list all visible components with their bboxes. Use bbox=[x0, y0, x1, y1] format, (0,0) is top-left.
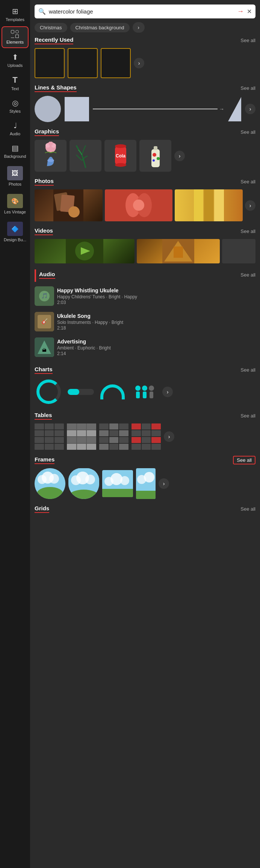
templates-icon: ⊞ bbox=[12, 7, 18, 16]
tc bbox=[87, 423, 96, 429]
tc bbox=[87, 444, 96, 450]
graphic-item-1[interactable] bbox=[35, 140, 67, 172]
search-bar: 🔍 → ✕ bbox=[35, 5, 255, 18]
audio-thumb-2: 🎸 bbox=[35, 312, 54, 331]
chart-pill[interactable] bbox=[67, 378, 95, 406]
audio-item-1[interactable]: 🎵 Happy Whistling Ukulele Happy Children… bbox=[30, 283, 260, 309]
video-item-2[interactable] bbox=[137, 239, 220, 263]
sidebar-item-uploads[interactable]: ⬆ Uploads bbox=[2, 50, 29, 71]
audio-info-3: Advertising Ambient · Euphoric · Bright … bbox=[57, 339, 255, 356]
sidebar-item-audio[interactable]: ♩ Audio bbox=[2, 118, 29, 139]
tag-christmas-background[interactable]: Christmas background bbox=[70, 23, 130, 32]
sidebar-item-photos[interactable]: 🖼 Photos bbox=[2, 163, 29, 189]
graphic-item-2[interactable] bbox=[70, 140, 101, 172]
graphic-item-3[interactable]: Cola bbox=[104, 140, 136, 172]
audio-item-2[interactable]: 🎸 Ukulele Song Solo Instruments · Happy … bbox=[30, 309, 260, 334]
table-item-2[interactable] bbox=[67, 423, 96, 450]
frames-see-all[interactable]: See all bbox=[233, 456, 255, 464]
svg-rect-24 bbox=[194, 189, 203, 221]
photos-header: Photos See all bbox=[35, 178, 255, 186]
chart-people[interactable] bbox=[130, 378, 159, 406]
tag-more-button[interactable]: › bbox=[133, 22, 145, 33]
shapes-row: → › bbox=[35, 96, 255, 122]
tag-christmas[interactable]: Christmas bbox=[35, 23, 67, 32]
shapes-next-arrow[interactable]: › bbox=[245, 104, 255, 114]
tables-row: › bbox=[35, 423, 255, 450]
search-arrow-icon: → bbox=[237, 8, 244, 15]
frames-next-arrow[interactable]: › bbox=[159, 478, 169, 489]
lines-shapes-see-all[interactable]: See all bbox=[240, 85, 255, 91]
sidebar-item-text[interactable]: T Text bbox=[2, 72, 29, 94]
rectangle-shape[interactable] bbox=[65, 97, 89, 121]
tc bbox=[142, 430, 151, 436]
frame-item-1[interactable] bbox=[35, 468, 65, 499]
frame-item-3[interactable] bbox=[102, 470, 133, 497]
lines-shapes-header: Lines & Shapes See all bbox=[35, 84, 255, 92]
chart-donut[interactable] bbox=[35, 378, 63, 406]
recently-used-header: Recently Used See all bbox=[35, 36, 255, 44]
styles-icon: ◎ bbox=[12, 98, 18, 107]
photo-item-1[interactable] bbox=[35, 189, 103, 221]
audio-title-2: Ukulele Song bbox=[57, 313, 255, 319]
branch-graphic bbox=[74, 142, 97, 170]
audio-item-3[interactable]: 🏔 Advertising Ambient · Euphoric · Brigh… bbox=[30, 334, 260, 360]
tc bbox=[142, 444, 151, 450]
photos-thumb: 🖼 bbox=[7, 166, 23, 180]
sidebar-item-elements[interactable]: Elements bbox=[2, 26, 29, 48]
lesvintage-thumb: 🎨 bbox=[7, 194, 23, 208]
table-item-4[interactable] bbox=[132, 423, 161, 450]
videos-see-all[interactable]: See all bbox=[240, 228, 255, 234]
tag-row: Christmas Christmas background › bbox=[30, 22, 260, 36]
photos-see-all[interactable]: See all bbox=[240, 179, 255, 184]
photo-item-2[interactable] bbox=[105, 189, 173, 221]
sidebar-item-designbu[interactable]: 🔷 Design Bu... bbox=[2, 219, 29, 245]
recent-item-1[interactable] bbox=[35, 48, 65, 78]
recent-item-2[interactable] bbox=[68, 48, 98, 78]
triangle-shape[interactable] bbox=[228, 97, 241, 121]
tables-next-arrow[interactable]: › bbox=[164, 431, 174, 442]
audio-info-2: Ukulele Song Solo Instruments · Happy · … bbox=[57, 313, 255, 331]
recent-item-3[interactable] bbox=[101, 48, 131, 78]
graphics-see-all[interactable]: See all bbox=[240, 129, 255, 135]
sidebar-item-lesvintage[interactable]: 🎨 Les Vintage bbox=[2, 191, 29, 217]
svg-point-7 bbox=[115, 144, 126, 148]
soda-can-graphic: Cola bbox=[111, 142, 130, 170]
graphics-next-arrow[interactable]: › bbox=[174, 151, 185, 161]
svg-rect-57 bbox=[136, 491, 156, 499]
charts-see-all[interactable]: See all bbox=[240, 367, 255, 373]
tc bbox=[35, 444, 44, 450]
clear-search-icon[interactable]: ✕ bbox=[247, 8, 252, 15]
person-2-body bbox=[143, 392, 147, 398]
tables-see-all[interactable]: See all bbox=[240, 413, 255, 419]
frame-item-2[interactable] bbox=[68, 468, 99, 499]
photo-item-3[interactable] bbox=[175, 189, 243, 221]
sidebar-item-styles[interactable]: ◎ Styles bbox=[2, 95, 29, 116]
charts-next-arrow[interactable]: › bbox=[162, 387, 173, 397]
photos-next-arrow[interactable]: › bbox=[245, 200, 255, 211]
grids-see-all[interactable]: See all bbox=[240, 506, 255, 512]
table-item-1[interactable] bbox=[35, 423, 64, 450]
sidebar-item-background[interactable]: ▤ Background bbox=[2, 141, 29, 162]
sidebar-item-templates[interactable]: ⊞ Templates bbox=[2, 4, 29, 25]
frames-header: Frames See all bbox=[35, 456, 255, 464]
table-item-3[interactable] bbox=[99, 423, 128, 450]
audio-see-all[interactable]: See all bbox=[240, 272, 255, 278]
graphic-item-4[interactable] bbox=[139, 140, 171, 172]
search-input[interactable] bbox=[49, 8, 234, 15]
frame-item-4[interactable] bbox=[136, 468, 156, 499]
recently-used-title: Recently Used bbox=[35, 36, 73, 44]
designbu-thumb: 🔷 bbox=[7, 222, 23, 236]
video-item-3[interactable] bbox=[222, 239, 255, 263]
circle-shape[interactable] bbox=[35, 96, 61, 122]
line-shape[interactable]: → bbox=[93, 106, 224, 112]
frame-3-image bbox=[102, 470, 133, 497]
sidebar-item-label-background: Background bbox=[4, 154, 26, 159]
video-item-1[interactable] bbox=[35, 239, 135, 263]
recently-used-see-all[interactable]: See all bbox=[240, 38, 255, 43]
recently-used-next-arrow[interactable]: › bbox=[134, 58, 144, 68]
chart-arc[interactable] bbox=[98, 378, 127, 406]
person-1 bbox=[135, 386, 141, 398]
sidebar-item-label-styles: Styles bbox=[9, 109, 21, 113]
tc bbox=[119, 437, 128, 443]
tc bbox=[77, 430, 86, 436]
